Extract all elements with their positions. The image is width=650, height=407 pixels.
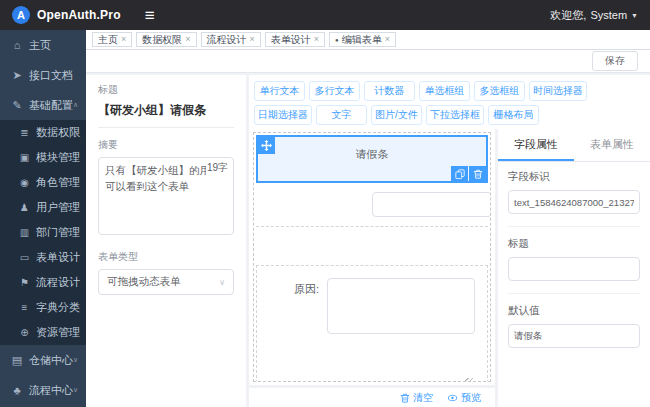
palette-date-picker[interactable]: 日期选择器 <box>254 105 312 125</box>
resize-grip-icon[interactable] <box>465 378 473 382</box>
palette-time-picker[interactable]: 时间选择器 <box>529 81 587 101</box>
tab-data-permission[interactable]: 数据权限 × <box>136 32 196 47</box>
chevron-down-icon: ∨ <box>73 356 78 364</box>
form-type-label: 表单类型 <box>98 250 234 264</box>
canvas-input[interactable] <box>372 192 491 217</box>
tab-edit-form-active[interactable]: ● 编辑表单 × <box>329 32 396 47</box>
app-window: A OpenAuth.Pro ≡ 欢迎您, System ▼ ⌂ 主页 ➤ 接口… <box>0 0 650 407</box>
flow-center-icon: ♣ <box>10 384 24 396</box>
edit-icon: ✎ <box>10 99 24 112</box>
user-menu[interactable]: 欢迎您, System ▼ <box>550 8 638 23</box>
tab-form-design[interactable]: 表单设计 × <box>265 32 325 47</box>
eye-icon <box>447 393 458 403</box>
sidebar-item-label: 部门管理 <box>36 225 80 240</box>
preview-label: 预览 <box>461 391 481 405</box>
form-meta-panel: 标题 【研发小组】请假条 摘要 只有【研发小组】的用户可以看到这个表单 19字 … <box>86 75 246 407</box>
copy-widget-icon[interactable] <box>451 166 468 181</box>
sidebar-item-label: 表单设计 <box>36 250 80 265</box>
clear-label: 清空 <box>413 391 433 405</box>
hamburger-menu-icon[interactable]: ≡ <box>145 7 155 24</box>
tab-flow-design[interactable]: 流程设计 × <box>201 32 261 47</box>
form-title-value[interactable]: 【研发小组】请假条 <box>98 102 234 128</box>
brand-logo-icon: A <box>12 6 30 24</box>
sidebar-item-role-manage[interactable]: ◉ 角色管理 <box>0 170 86 195</box>
sidebar-item-api-docs[interactable]: ➤ 接口文档 <box>0 60 86 90</box>
form-toolbar: 保存 <box>86 50 650 73</box>
welcome-text: 欢迎您, <box>550 8 586 23</box>
preview-button[interactable]: 预览 <box>447 391 481 405</box>
delete-widget-icon[interactable] <box>469 166 486 181</box>
reason-textarea[interactable] <box>327 278 475 334</box>
field-id-input[interactable] <box>508 190 640 214</box>
widget-text-selected[interactable]: 请假条 <box>256 135 488 183</box>
sidebar-item-user-manage[interactable]: ♟ 用户管理 <box>0 195 86 220</box>
field-title-input[interactable] <box>508 257 640 281</box>
palette-checkbox-group[interactable]: 多选框组 <box>474 81 525 101</box>
sidebar-item-flow-center[interactable]: ♣ 流程中心 ∨ <box>0 375 86 405</box>
field-title-label: 标题 <box>508 237 640 251</box>
palette-single-line-text[interactable]: 单行文本 <box>254 81 305 101</box>
sidebar-item-label: 接口文档 <box>29 68 73 83</box>
close-icon[interactable]: × <box>185 35 190 44</box>
close-icon[interactable]: × <box>385 35 390 44</box>
active-dot-icon: ● <box>335 37 339 43</box>
sidebar-item-dept-manage[interactable]: ▥ 部门管理 <box>0 220 86 245</box>
component-palette: 单行文本 多行文本 计数器 单选框组 多选框组 时间选择器 日期选择器 文字 图… <box>249 75 650 129</box>
form-type-value: 可拖拽动态表单 <box>107 275 181 289</box>
sidebar-item-dict-category[interactable]: ≡ 字典分类 <box>0 295 86 320</box>
sidebar-item-flow-design[interactable]: ⚑ 流程设计 <box>0 270 86 295</box>
close-icon[interactable]: × <box>250 35 255 44</box>
tab-form-props[interactable]: 表单属性 <box>574 129 650 161</box>
palette-dropdown-select[interactable]: 下拉选择框 <box>426 105 484 125</box>
palette-image-file[interactable]: 图片/文件 <box>371 105 422 125</box>
sidebar-item-label: 仓储中心 <box>29 353 73 368</box>
chart-icon: ▥ <box>18 227 31 238</box>
sidebar-item-resource-manage[interactable]: ⊕ 资源管理 <box>0 320 86 345</box>
drag-handle-icon[interactable] <box>258 137 275 154</box>
palette-counter[interactable]: 计数器 <box>364 81 415 101</box>
save-button[interactable]: 保存 <box>592 51 638 71</box>
sidebar-item-label: 用户管理 <box>36 200 80 215</box>
default-value-input[interactable] <box>508 324 640 348</box>
sidebar-item-form-design[interactable]: ▭ 表单设计 <box>0 245 86 270</box>
clear-button[interactable]: 清空 <box>400 391 433 405</box>
form-type-select[interactable]: 可拖拽动态表单 ∨ <box>98 269 234 295</box>
sidebar-item-data-permission[interactable]: ≣ 数据权限 <box>0 120 86 145</box>
reason-label: 原因: <box>265 278 327 382</box>
home-icon: ⌂ <box>10 39 24 51</box>
brand-title: OpenAuth.Pro <box>37 8 121 22</box>
widget-input-field[interactable] <box>256 183 488 227</box>
tab-field-props[interactable]: 字段属性 <box>498 129 574 161</box>
close-icon[interactable]: × <box>314 35 319 44</box>
form-icon: ▭ <box>18 252 31 263</box>
circle-plus-icon: ⊕ <box>18 327 31 338</box>
palette-multi-line-text[interactable]: 多行文本 <box>309 81 360 101</box>
tags-view: 主页 × 数据权限 × 流程设计 × 表单设计 × ● 编辑表单 <box>86 30 650 50</box>
sidebar-item-warehouse-center[interactable]: ▤ 仓储中心 ∨ <box>0 345 86 375</box>
sidebar-item-label: 主页 <box>29 38 51 53</box>
sidebar-item-label: 角色管理 <box>36 175 80 190</box>
char-count-badge: 19字 <box>206 161 229 175</box>
palette-radio-group[interactable]: 单选框组 <box>419 81 470 101</box>
chevron-up-icon: ∧ <box>73 101 78 109</box>
sidebar-item-base-config[interactable]: ✎ 基础配置 ∧ <box>0 90 86 120</box>
sidebar-item-home[interactable]: ⌂ 主页 <box>0 30 86 60</box>
palette-grid-layout[interactable]: 栅格布局 <box>488 105 539 125</box>
widget-reason-textarea[interactable]: 原因: <box>256 265 488 382</box>
paper-plane-icon: ➤ <box>10 69 24 82</box>
tab-label: 流程设计 <box>207 33 247 47</box>
field-id-label: 字段标识 <box>508 170 640 184</box>
chevron-down-icon: ∨ <box>73 386 78 394</box>
sidebar-item-label: 字典分类 <box>36 300 80 315</box>
properties-panel: 字段属性 表单属性 字段标识 标题 <box>498 129 650 407</box>
topbar: A OpenAuth.Pro ≡ 欢迎您, System ▼ <box>0 0 650 30</box>
sidebar-item-label: 模块管理 <box>36 150 80 165</box>
form-canvas[interactable]: 请假条 <box>253 132 491 382</box>
form-title-label: 标题 <box>98 83 234 97</box>
close-icon[interactable]: × <box>121 35 126 44</box>
warehouse-icon: ▤ <box>10 354 24 367</box>
palette-text[interactable]: 文字 <box>316 105 367 125</box>
tab-home[interactable]: 主页 × <box>92 32 132 47</box>
sidebar-item-module-manage[interactable]: ▣ 模块管理 <box>0 145 86 170</box>
sidebar-item-label: 数据权限 <box>36 125 80 140</box>
